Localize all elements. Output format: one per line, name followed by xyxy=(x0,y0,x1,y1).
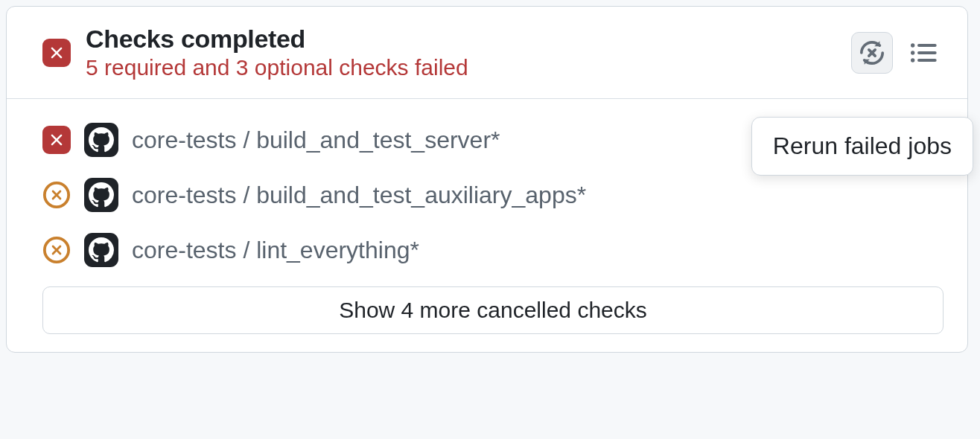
list-button[interactable] xyxy=(902,32,944,74)
checks-card: Checks completed 5 required and 3 option… xyxy=(6,6,968,353)
github-icon xyxy=(84,123,118,157)
checks-title: Checks completed xyxy=(86,25,836,54)
cancelled-icon xyxy=(42,236,71,264)
header-titles: Checks completed 5 required and 3 option… xyxy=(86,25,836,80)
check-name: core-tests / build_and_test_auxiliary_ap… xyxy=(132,182,586,209)
svg-point-0 xyxy=(911,43,914,47)
checks-subtitle: 5 required and 3 optional checks failed xyxy=(86,55,836,80)
cancelled-icon xyxy=(42,181,71,209)
check-status-cancelled xyxy=(42,236,71,264)
rerun-tooltip[interactable]: Rerun failed jobs xyxy=(751,117,973,176)
checks-header: Checks completed 5 required and 3 option… xyxy=(7,7,967,99)
svg-point-2 xyxy=(911,58,914,62)
github-mark-icon xyxy=(89,182,114,208)
svg-point-1 xyxy=(911,51,914,54)
check-status-failed xyxy=(42,126,71,154)
github-mark-icon xyxy=(89,127,114,153)
list-icon xyxy=(908,38,938,68)
check-status-cancelled xyxy=(42,181,71,209)
check-item[interactable]: core-tests / build_and_test_auxiliary_ap… xyxy=(42,167,944,222)
tooltip-label: Rerun failed jobs xyxy=(773,132,952,159)
show-more-label: Show 4 more cancelled checks xyxy=(339,298,647,322)
github-icon xyxy=(84,233,118,267)
check-item[interactable]: core-tests / lint_everything* xyxy=(42,222,944,278)
rerun-icon xyxy=(857,38,887,68)
header-actions xyxy=(851,32,944,74)
rerun-button[interactable] xyxy=(851,32,893,74)
show-more-button[interactable]: Show 4 more cancelled checks xyxy=(42,286,944,334)
x-icon xyxy=(47,130,66,150)
github-icon xyxy=(84,178,118,212)
github-mark-icon xyxy=(89,237,114,263)
x-icon xyxy=(47,43,66,63)
check-name: core-tests / build_and_test_server* xyxy=(132,126,500,154)
check-name: core-tests / lint_everything* xyxy=(132,237,419,264)
status-failed-badge xyxy=(42,39,71,67)
